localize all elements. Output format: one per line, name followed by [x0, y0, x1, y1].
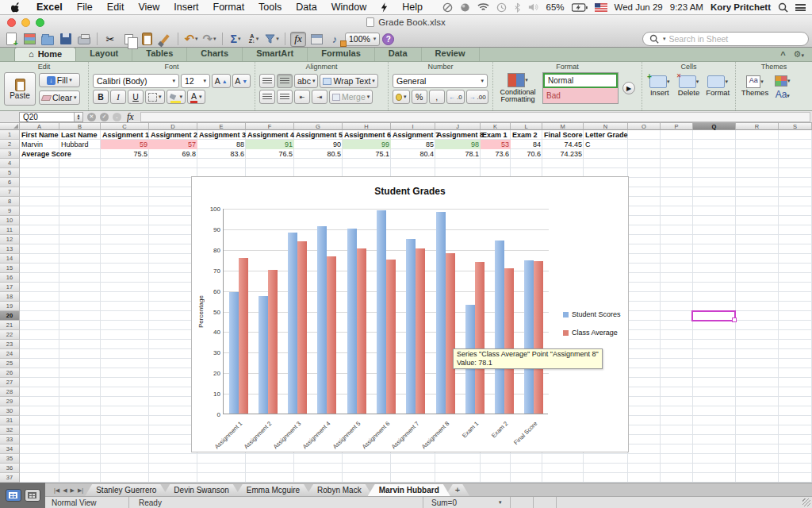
fill-color-button[interactable]: ▾ — [167, 90, 186, 104]
insert-cells-button[interactable]: ▾Insert — [646, 75, 673, 97]
column-header-Q[interactable]: Q — [693, 123, 736, 130]
decrease-font-button[interactable]: A▼ — [232, 74, 251, 88]
cell-A1[interactable]: First Name — [20, 130, 59, 140]
row-header-2[interactable]: 2 — [0, 140, 20, 149]
column-header-H[interactable]: H — [343, 123, 391, 130]
cell-J3[interactable]: 78.1 — [435, 149, 481, 159]
row-header-28[interactable]: 28 — [0, 387, 20, 397]
column-header-E[interactable]: E — [197, 123, 246, 130]
name-box-stepper[interactable]: ▲▼ — [75, 112, 83, 122]
text-orientation-button[interactable]: abc▾ — [294, 74, 318, 88]
save-button[interactable] — [58, 32, 74, 47]
column-header-G[interactable]: G — [294, 123, 343, 130]
column-header-J[interactable]: J — [435, 123, 481, 130]
cell-N2[interactable]: C — [584, 140, 628, 149]
template-gallery-button[interactable] — [21, 32, 37, 47]
media-browser-button[interactable]: ♪ — [327, 32, 343, 47]
theme-fonts-button[interactable]: Aa▾ — [776, 89, 790, 100]
row-header-13[interactable]: 13 — [0, 244, 20, 254]
clear-button[interactable]: Clear▾ — [39, 90, 80, 105]
column-header-L[interactable]: L — [511, 123, 542, 130]
cell-E2[interactable]: 88 — [197, 140, 246, 149]
cell-A3[interactable]: Average Score — [20, 149, 101, 159]
menu-file[interactable]: File — [70, 0, 100, 15]
zoom-control[interactable]: 100%▾ — [345, 33, 380, 46]
sum-menu-caret[interactable]: ▾ — [499, 499, 502, 506]
bar-class-average-exam-2[interactable] — [504, 268, 514, 414]
cell-I2[interactable]: 85 — [391, 140, 435, 149]
menu-format[interactable]: Format — [206, 0, 252, 15]
column-header-D[interactable]: D — [149, 123, 197, 130]
conditional-formatting-button[interactable]: ▾ ConditionalFormatting — [497, 73, 538, 103]
row-header-20[interactable]: 20 — [0, 311, 20, 321]
bar-student-scores-assignment-8[interactable] — [436, 212, 446, 414]
bar-student-scores-assignment-4[interactable] — [317, 226, 327, 414]
font-size-combo[interactable]: 12▾ — [181, 74, 210, 88]
row-header-3[interactable]: 3 — [0, 149, 20, 159]
column-header-C[interactable]: C — [101, 123, 149, 130]
merge-button[interactable]: Merge▾ — [329, 90, 373, 104]
row-header-6[interactable]: 6 — [0, 178, 20, 187]
row-header-27[interactable]: 27 — [0, 378, 20, 387]
window-resize-grip[interactable] — [802, 498, 810, 506]
spotlight-search-icon[interactable] — [778, 2, 788, 13]
menu-window[interactable]: Window — [324, 0, 373, 15]
accept-entry-button[interactable]: ✓ — [100, 113, 109, 121]
style-normal[interactable]: Normal — [543, 73, 618, 88]
row-header-17[interactable]: 17 — [0, 283, 20, 292]
menu-view[interactable]: View — [131, 0, 167, 15]
print-button[interactable] — [76, 32, 92, 47]
first-sheet-button[interactable]: |◀ — [54, 487, 59, 494]
bar-student-scores-assignment-5[interactable] — [347, 229, 357, 414]
cell-N1[interactable]: Letter Grade — [584, 130, 628, 140]
cancel-entry-button[interactable]: ✕ — [87, 113, 96, 121]
borders-button[interactable]: ▾ — [145, 90, 165, 104]
cell-styles-gallery[interactable]: Normal Bad — [542, 72, 619, 104]
ribbon-tab-charts[interactable]: Charts — [187, 47, 243, 61]
bold-button[interactable]: B — [93, 90, 109, 104]
chart-legend[interactable]: Student ScoresClass Average — [563, 310, 621, 347]
bar-class-average-assignment-6[interactable] — [386, 260, 396, 414]
ribbon-tab-home[interactable]: ⌂Home — [14, 47, 76, 61]
row-header-7[interactable]: 7 — [0, 187, 20, 197]
formula-builder-button[interactable]: fx — [290, 32, 306, 47]
chart[interactable]: Student Grades Percentage 01020304050607… — [191, 176, 629, 452]
row-header-37[interactable]: 37 — [0, 473, 20, 483]
column-header-S[interactable]: S — [779, 123, 812, 130]
next-sheet-button[interactable]: ▶ — [71, 487, 75, 494]
ribbon-tab-layout[interactable]: Layout — [76, 47, 132, 61]
delete-cells-button[interactable]: ▾Delete — [676, 75, 703, 97]
cell-D3[interactable]: 69.8 — [149, 149, 197, 159]
row-header-8[interactable]: 8 — [0, 197, 20, 206]
column-header-O[interactable]: O — [628, 123, 661, 130]
themes-button[interactable]: Aa▾ Themes — [740, 75, 770, 100]
legend-item[interactable]: Class Average — [563, 329, 621, 337]
align-left-button[interactable] — [259, 90, 275, 104]
do-not-disturb-icon[interactable] — [442, 2, 453, 13]
menu-edit[interactable]: Edit — [100, 0, 132, 15]
cell-K2[interactable]: 53 — [481, 140, 511, 149]
bar-class-average-assignment-3[interactable] — [297, 241, 307, 414]
font-name-combo[interactable]: Calibri (Body)▾ — [93, 74, 179, 88]
sort-button[interactable]: AZ↓▾ — [246, 32, 262, 47]
align-top-button[interactable] — [259, 74, 275, 88]
percent-format-button[interactable]: % — [412, 90, 427, 104]
cell-B1[interactable]: Last Name — [59, 130, 101, 140]
cell-L2[interactable]: 84 — [511, 140, 542, 149]
style-bad[interactable]: Bad — [543, 88, 618, 103]
cell-G3[interactable]: 80.5 — [294, 149, 343, 159]
cut-button[interactable]: ✂ — [102, 32, 118, 47]
row-header-14[interactable]: 14 — [0, 254, 20, 264]
column-header-B[interactable]: B — [59, 123, 101, 130]
cell-M1[interactable]: Final Score — [542, 130, 584, 140]
input-language-flag-icon[interactable] — [595, 3, 607, 12]
undo-button[interactable]: ↶▾ — [183, 32, 199, 47]
bar-class-average-assignment-4[interactable] — [327, 256, 336, 414]
decrease-decimal-button[interactable]: →.00 — [466, 90, 488, 104]
select-all-corner[interactable] — [0, 123, 20, 130]
italic-button[interactable]: I — [110, 90, 126, 104]
ribbon-settings-gear-icon[interactable]: ⚙▾ — [794, 49, 804, 60]
bar-class-average-exam-1[interactable] — [475, 262, 485, 414]
column-header-N[interactable]: N — [584, 123, 628, 130]
cell-A2[interactable]: Marvin — [20, 140, 59, 149]
